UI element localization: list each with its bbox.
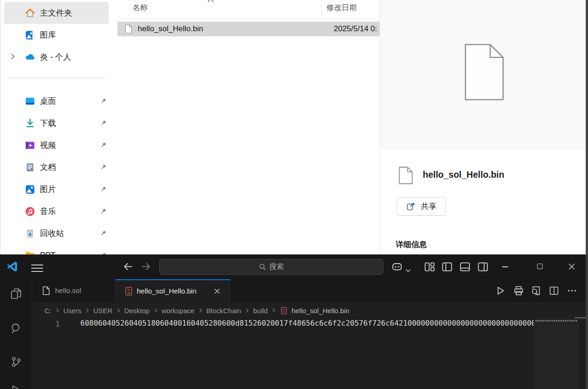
pictures-icon [24, 184, 36, 195]
sidebar-item-label: 回收站 [40, 228, 64, 239]
chevron-right-icon [55, 308, 60, 313]
music-icon [24, 206, 36, 217]
tab-hello-sol[interactable]: hello.sol [33, 279, 116, 302]
sidebar-item-label: 图片 [40, 184, 56, 195]
toggle-secondary-sidebar-icon[interactable] [477, 261, 489, 273]
pin-icon[interactable] [99, 118, 108, 128]
breadcrumb: C: Users USER Desktop workspace BlockCha… [45, 307, 349, 315]
file-icon [125, 24, 132, 34]
breadcrumb-item[interactable]: Users [63, 307, 81, 315]
chevron-right-icon [84, 308, 90, 313]
maximize-icon [537, 264, 543, 269]
sidebar-item-pictures[interactable]: 图片 [4, 178, 109, 200]
tab-close-icon[interactable] [214, 288, 220, 294]
toggle-panel-icon[interactable] [459, 261, 471, 273]
chevron-right-icon [271, 308, 276, 313]
preview-pane: hello_sol_Hello.bin 共享 详细信息 [380, 0, 588, 254]
binary-file-icon: 0110 [125, 287, 133, 296]
onedrive-cloud-icon [24, 51, 36, 63]
customize-layout-icon[interactable] [424, 261, 436, 273]
svg-text:10: 10 [283, 311, 286, 313]
breadcrumb-item-current[interactable]: hello_sol_Hello.bin [291, 307, 349, 315]
chevron-right-icon [116, 308, 121, 313]
hamburger-menu-icon[interactable] [31, 262, 43, 271]
breadcrumb-item[interactable]: build [253, 307, 268, 315]
activity-bar [0, 279, 32, 389]
sidebar-item-label: 炎 - 个人 [40, 51, 71, 62]
sidebar-item-onedrive[interactable]: 炎 - 个人 [4, 46, 109, 68]
pin-icon[interactable] [99, 185, 108, 194]
run-file-icon[interactable] [495, 285, 506, 296]
search-sidebar-icon[interactable] [10, 322, 22, 335]
share-button[interactable]: 共享 [397, 197, 446, 216]
column-header-name[interactable]: 名称 [133, 3, 148, 13]
pin-icon[interactable] [99, 141, 108, 150]
header-underline [118, 18, 376, 18]
find-in-file-icon[interactable] [531, 285, 542, 296]
run-debug-icon[interactable] [10, 384, 22, 389]
screen: 主文件夹 图库 炎 - 个人 桌面 下载 [0, 0, 588, 389]
copilot-icon[interactable] [391, 261, 403, 273]
breadcrumb-item[interactable]: C: [45, 307, 51, 315]
minimap[interactable] [534, 319, 579, 389]
breadcrumb-item[interactable]: BlockChain [207, 307, 241, 315]
more-actions-icon[interactable] [566, 285, 577, 296]
line-number: 1 [50, 320, 60, 328]
download-icon [24, 118, 36, 129]
sidebar-item-ppt[interactable]: PPT [4, 244, 109, 254]
explorer-files-icon[interactable] [10, 288, 22, 300]
sidebar-item-label: 主文件夹 [40, 7, 72, 18]
sidebar-item-gallery[interactable]: 图库 [4, 24, 109, 46]
sidebar-item-label: 下载 [40, 118, 56, 129]
pin-icon[interactable] [99, 96, 108, 106]
chevron-down-icon[interactable] [405, 265, 411, 276]
print-icon[interactable] [513, 285, 524, 296]
sidebar-item-documents[interactable]: 文档 [4, 156, 109, 178]
editor-area[interactable]: 1 60806040526040518060400160405280600d81… [32, 319, 588, 389]
sidebar-item-label: 图库 [40, 29, 56, 40]
chevron-right-icon[interactable] [9, 52, 17, 61]
videos-icon [24, 140, 36, 151]
document-large-icon [464, 43, 505, 101]
code-line[interactable]: 60806040526040518060400160405280600d8152… [80, 319, 534, 331]
vscode-window: 搜索 hello.sol [0, 254, 588, 389]
source-control-icon[interactable] [10, 355, 22, 368]
recycle-bin-icon [24, 228, 36, 239]
document-small-icon [398, 166, 413, 185]
pin-icon[interactable] [99, 229, 108, 238]
pin-icon[interactable] [99, 251, 108, 254]
sidebar-item-downloads[interactable]: 下载 [4, 112, 109, 134]
sidebar-item-label: 视频 [40, 140, 56, 151]
pin-icon[interactable] [99, 163, 108, 172]
sidebar-item-videos[interactable]: 视频 [4, 134, 109, 156]
file-date: 2025/5/14 0: [334, 24, 380, 34]
file-name: hello_sol_Hello.bin [138, 24, 203, 34]
sidebar-item-music[interactable]: 音乐 [4, 200, 109, 222]
chevron-right-icon [244, 308, 250, 313]
sidebar-item-home[interactable]: 主文件夹 [4, 2, 109, 24]
minimize-icon [502, 266, 508, 267]
split-editor-icon[interactable] [549, 285, 560, 296]
breadcrumb-item[interactable]: USER [93, 307, 112, 315]
svg-text:01: 01 [283, 308, 286, 310]
pin-icon[interactable] [99, 207, 108, 216]
svg-text:10: 10 [127, 292, 130, 294]
file-document-icon [42, 286, 50, 295]
breadcrumb-item[interactable]: workspace [162, 307, 195, 315]
gallery-icon [24, 29, 36, 41]
sidebar-item-recycle-bin[interactable]: 回收站 [4, 222, 109, 244]
sidebar-item-desktop[interactable]: 桌面 [4, 90, 109, 112]
breadcrumb-bar: C: Users USER Desktop workspace BlockCha… [32, 302, 588, 319]
column-divider[interactable] [321, 1, 322, 17]
search-icon [259, 263, 266, 271]
tab-hello-sol-hello-bin[interactable]: 0110 hello_sol_Hello.bin [116, 279, 230, 302]
forward-arrow-icon[interactable] [140, 261, 152, 272]
back-arrow-icon[interactable] [122, 261, 134, 272]
tab-label: hello_sol_Hello.bin [137, 287, 196, 295]
column-header-date[interactable]: 修改日期 [326, 3, 357, 13]
search-box[interactable]: 搜索 [159, 259, 383, 275]
toggle-primary-sidebar-icon[interactable] [441, 261, 453, 273]
file-explorer-window: 主文件夹 图库 炎 - 个人 桌面 下载 [0, 0, 588, 254]
breadcrumb-item[interactable]: Desktop [124, 307, 150, 315]
file-row-selected[interactable]: hello_sol_Hello.bin 2025/5/14 0: [118, 22, 380, 36]
